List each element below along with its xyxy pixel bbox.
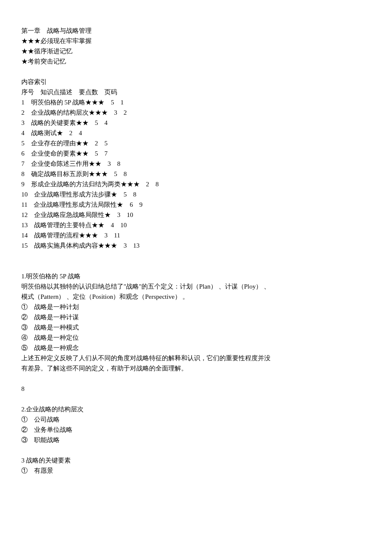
index-row: 12 企业战略应急战略局限性★ 3 10 xyxy=(21,210,371,220)
index-row: 7 企业使命陈述三作用★★ 3 8 xyxy=(21,159,371,169)
index-row: 6 企业使命的要素★★ 5 7 xyxy=(21,148,371,159)
section1-title: 1.明茨伯格的 5P 战略 xyxy=(21,271,371,281)
section2-title: 2.企业战略的结构层次 xyxy=(21,404,371,414)
index-row: 4 战略测试★ 2 4 xyxy=(21,128,371,138)
section2-item: ② 业务单位战略 xyxy=(21,425,371,435)
index-row: 3 战略的关键要素★★ 5 4 xyxy=(21,118,371,128)
page-number: 8 xyxy=(21,384,371,394)
section3-item: ① 有愿景 xyxy=(21,465,371,476)
index-row: 8 确定战略目标五原则★★★ 5 8 xyxy=(21,169,371,179)
section1-item: ③ 战略是一种模式 xyxy=(21,322,371,332)
section3-title: 3 战略的关键要素 xyxy=(21,455,371,465)
section2-item: ③ 职能战略 xyxy=(21,435,371,445)
index-row: 5 企业存在的理由★★ 2 5 xyxy=(21,138,371,148)
section1-item: ④ 战略是一种定位 xyxy=(21,332,371,343)
section1-intro-line1: 明茨伯格以其独特的认识归纳总结了"战略"的五个定义：计划（Plan） 、计谋（P… xyxy=(21,281,371,292)
index-row: 13 战略管理的主要特点★★ 4 10 xyxy=(21,220,371,230)
index-header: 序号 知识点描述 要点数 页码 xyxy=(21,87,371,97)
index-row: 11 企业战略理性形成方法局限性★ 6 9 xyxy=(21,199,371,210)
index-row: 14 战略管理的流程★★★ 3 11 xyxy=(21,230,371,240)
index-row: 1 明茨伯格的 5P 战略★★★ 5 1 xyxy=(21,97,371,107)
chapter-title: 第一章 战略与战略管理 xyxy=(21,26,371,36)
section1-item: ⑤ 战略是一种观念 xyxy=(21,343,371,353)
index-row: 2 企业战略的结构层次★★★ 3 2 xyxy=(21,107,371,118)
index-row: 9 形成企业战略的方法归结为两类★★★ 2 8 xyxy=(21,179,371,189)
section1-conclusion-line2: 有差异。了解这些不同的定义，有助于对战略的全面理解。 xyxy=(21,363,371,373)
index-row: 15 战略实施具体构成内容★★★ 3 13 xyxy=(21,240,371,251)
index-row: 10 企业战略理性形成方法步骤★ 5 8 xyxy=(21,189,371,199)
legend-1star: ★考前突击记忆 xyxy=(21,56,371,66)
section1-conclusion-line1: 上述五种定义反映了人们从不同的角度对战略特征的解释和认识，它们的重要性程度并没 xyxy=(21,353,371,363)
section1-item: ① 战略是一种计划 xyxy=(21,302,371,312)
legend-3star: ★★★必须现在牢牢掌握 xyxy=(21,36,371,46)
legend-2star: ★★循序渐进记忆 xyxy=(21,46,371,56)
index-title: 内容索引 xyxy=(21,77,371,87)
index-list: 1 明茨伯格的 5P 战略★★★ 5 12 企业战略的结构层次★★★ 3 23 … xyxy=(21,97,371,251)
section1-intro-line2: 模式（Pattern） 、定位（Position）和观念（Perspective… xyxy=(21,292,371,302)
section2-item: ① 公司战略 xyxy=(21,414,371,425)
section1-item: ② 战略是一种计谋 xyxy=(21,312,371,322)
